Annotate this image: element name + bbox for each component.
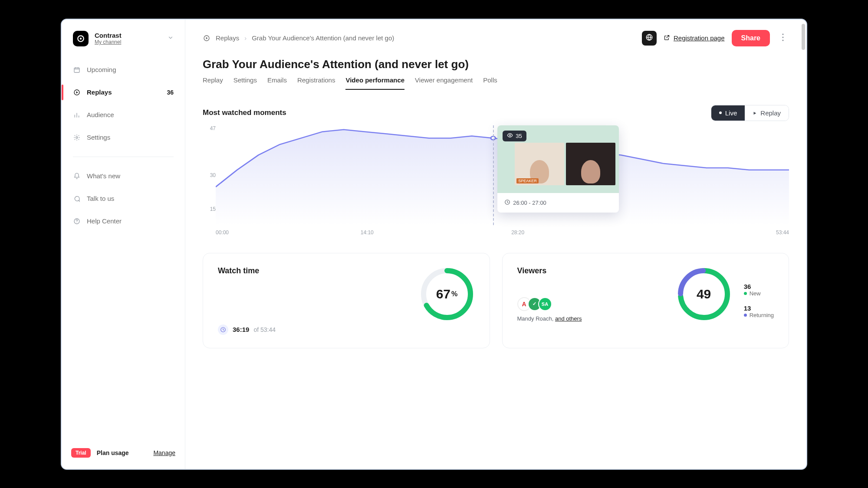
sidebar-item-talktous[interactable]: Talk to us bbox=[62, 187, 185, 210]
sidebar-item-label: Audience bbox=[87, 111, 114, 118]
tooltip-viewer-count: 35 bbox=[516, 133, 522, 139]
sidebar-item-whatsnew[interactable]: What's new bbox=[62, 165, 185, 187]
card-title: Watch time bbox=[218, 266, 419, 275]
y-tick: 30 bbox=[204, 172, 216, 178]
legend-returning-label: Returning bbox=[750, 312, 774, 318]
workspace-subtitle[interactable]: My channel bbox=[95, 39, 161, 45]
share-button[interactable]: Share bbox=[732, 30, 770, 46]
tab-replay[interactable]: Replay bbox=[203, 76, 223, 90]
tab-polls[interactable]: Polls bbox=[483, 76, 497, 90]
dot-icon bbox=[719, 111, 722, 114]
live-replay-toggle: Live Replay bbox=[711, 105, 789, 121]
help-icon bbox=[73, 217, 81, 225]
tooltip-viewer-badge: 35 bbox=[503, 131, 526, 141]
breadcrumb-current: Grab Your Audience's Attention (and neve… bbox=[252, 34, 394, 42]
sidebar-item-label: Settings bbox=[87, 134, 110, 141]
sidebar-item-replays[interactable]: Replays 36 bbox=[62, 81, 185, 104]
chevron-down-icon bbox=[168, 35, 174, 43]
more-vertical-icon bbox=[782, 33, 784, 43]
toggle-replay[interactable]: Replay bbox=[745, 105, 789, 121]
y-tick: 15 bbox=[204, 206, 216, 212]
section-header: Most watched moments Live Replay bbox=[203, 105, 789, 121]
chat-icon bbox=[73, 195, 81, 203]
viewers-legend: 36 New 13 Returning bbox=[744, 266, 774, 335]
registration-page-link[interactable]: Registration page bbox=[664, 34, 725, 42]
viewers-donut: 49 bbox=[676, 266, 732, 322]
sidebar-item-audience[interactable]: Audience bbox=[62, 104, 185, 126]
sidebar-footer: Trial Plan usage Manage bbox=[62, 440, 185, 469]
primary-nav: Upcoming Replays 36 Audience Settings Wh… bbox=[62, 54, 185, 233]
sidebar-item-label: Upcoming bbox=[87, 66, 116, 73]
tab-video-performance[interactable]: Video performance bbox=[345, 76, 404, 90]
manage-link[interactable]: Manage bbox=[153, 449, 175, 456]
tab-emails[interactable]: Emails bbox=[267, 76, 287, 90]
sidebar-item-label: Help Center bbox=[87, 217, 122, 225]
trial-badge: Trial bbox=[71, 448, 91, 458]
bell-icon bbox=[73, 172, 81, 180]
tab-viewer-engagement[interactable]: Viewer engagement bbox=[415, 76, 473, 90]
legend-new-label: New bbox=[750, 290, 761, 297]
watch-time-card: Watch time 36:19 of 53:44 67% bbox=[203, 253, 490, 348]
viewers-card: Viewers A ✓ SA Mandy Roach, and others bbox=[502, 253, 789, 348]
app-window: Contrast My channel Upcoming Replays 36 … bbox=[61, 19, 807, 470]
svg-point-9 bbox=[782, 36, 783, 38]
viewers-total: 49 bbox=[697, 287, 711, 301]
sidebar-item-label: Talk to us bbox=[87, 195, 114, 202]
svg-point-10 bbox=[782, 39, 783, 41]
sidebar-item-upcoming[interactable]: Upcoming bbox=[62, 59, 185, 81]
sidebar-item-helpcenter[interactable]: Help Center bbox=[62, 210, 185, 233]
moments-chart[interactable]: 47 30 15 bbox=[204, 125, 789, 242]
bars-icon bbox=[73, 111, 81, 119]
watch-donut: 67% bbox=[419, 266, 475, 322]
tab-settings[interactable]: Settings bbox=[233, 76, 257, 90]
legend-returning-count: 13 bbox=[744, 305, 774, 312]
legend-new-count: 36 bbox=[744, 283, 774, 290]
toggle-live[interactable]: Live bbox=[711, 105, 745, 121]
registration-page-label: Registration page bbox=[674, 34, 725, 42]
watch-pct: 67 bbox=[436, 287, 450, 301]
eye-icon bbox=[507, 132, 513, 140]
dot-icon bbox=[744, 314, 747, 317]
x-tick: 14:10 bbox=[361, 229, 374, 236]
chart-plot: 35 LIVE SPEAKER 26:00 - 27:00 bbox=[216, 125, 789, 225]
viewer-names: Mandy Roach, and others bbox=[517, 315, 676, 322]
workspace-switcher[interactable]: Contrast My channel bbox=[62, 20, 185, 54]
x-tick: 53:44 bbox=[776, 229, 789, 236]
card-title: Viewers bbox=[517, 266, 676, 275]
tooltip-timerange: 26:00 - 27:00 bbox=[497, 193, 619, 213]
more-menu-button[interactable] bbox=[777, 31, 789, 46]
chart-cursor bbox=[493, 125, 494, 225]
main-content: Replays › Grab Your Audience's Attention… bbox=[185, 20, 806, 469]
page-title: Grab Your Audience's Attention (and neve… bbox=[203, 58, 789, 71]
toggle-live-label: Live bbox=[725, 109, 737, 117]
tabs: Replay Settings Emails Registrations Vid… bbox=[203, 76, 789, 90]
viewer-named: Mandy Roach, bbox=[517, 315, 554, 322]
sidebar-item-settings[interactable]: Settings bbox=[62, 126, 185, 149]
x-axis: 00:00 14:10 28:20 53:44 bbox=[216, 229, 789, 242]
kpi-cards: Watch time 36:19 of 53:44 67% bbox=[203, 253, 789, 348]
breadcrumb: Replays › Grab Your Audience's Attention… bbox=[203, 34, 394, 42]
x-tick: 28:20 bbox=[511, 229, 524, 236]
sidebar-item-badge: 36 bbox=[167, 89, 174, 96]
viewer-avatars: A ✓ SA bbox=[517, 297, 676, 311]
tooltip-thumbnail: 35 LIVE SPEAKER bbox=[497, 125, 619, 193]
external-link-icon bbox=[664, 34, 670, 42]
play-circle-icon bbox=[73, 88, 81, 96]
calendar-icon bbox=[73, 66, 81, 74]
x-tick: 00:00 bbox=[216, 229, 229, 236]
clock-icon bbox=[504, 199, 510, 206]
breadcrumb-root[interactable]: Replays bbox=[216, 34, 239, 42]
language-button[interactable] bbox=[642, 31, 657, 46]
sidebar: Contrast My channel Upcoming Replays 36 … bbox=[62, 20, 185, 469]
watch-elapsed: 36:19 bbox=[233, 326, 249, 333]
y-tick: 47 bbox=[204, 125, 216, 131]
svg-rect-2 bbox=[74, 68, 79, 72]
viewer-others-link[interactable]: and others bbox=[555, 315, 582, 322]
section-title: Most watched moments bbox=[203, 108, 286, 117]
play-icon bbox=[753, 109, 757, 117]
sidebar-item-label: What's new bbox=[87, 172, 120, 180]
tab-registrations[interactable]: Registrations bbox=[297, 76, 335, 90]
plan-usage-label: Plan usage bbox=[97, 449, 129, 456]
svg-point-4 bbox=[76, 137, 78, 138]
play-circle-icon bbox=[203, 34, 210, 42]
